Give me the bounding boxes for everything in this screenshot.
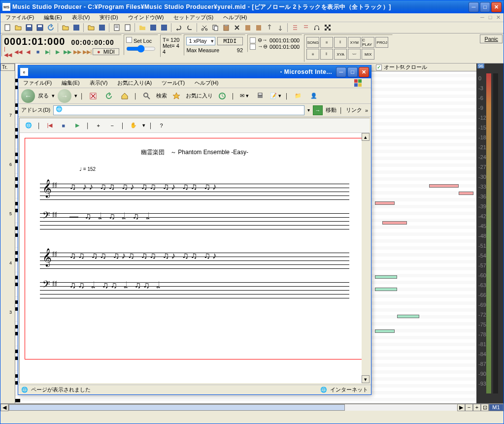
- note[interactable]: [397, 315, 419, 318]
- ie-menu-file[interactable]: ファイル(F): [20, 79, 55, 87]
- cut-icon[interactable]: [200, 23, 209, 32]
- piano-view-button[interactable]: ≡: [320, 37, 333, 48]
- ie-scroll-down-button[interactable]: ▾: [362, 375, 370, 383]
- loop-out-checkbox[interactable]: [250, 37, 256, 43]
- rewind-button[interactable]: ◀◀: [14, 48, 23, 55]
- mdi-restore[interactable]: □: [487, 14, 494, 21]
- panic-button[interactable]: Panic: [480, 34, 503, 43]
- score-hand-button[interactable]: ✋: [129, 121, 138, 130]
- midi-button[interactable]: MIDI: [217, 37, 243, 45]
- scroll-left-button[interactable]: ◀: [0, 404, 8, 411]
- ie-mail-button[interactable]: ✉ ▾: [238, 90, 251, 102]
- play-mode-dropdown[interactable]: 1 xPlay: [186, 37, 215, 45]
- song-view-button[interactable]: SONG: [306, 37, 319, 48]
- ie-menu-edit[interactable]: 編集(E): [59, 79, 83, 87]
- stop-button[interactable]: ■: [34, 48, 42, 55]
- menu-window[interactable]: ウインドウ(W): [125, 13, 167, 22]
- list2-icon[interactable]: [301, 23, 311, 32]
- ie-address-input[interactable]: 🌐: [53, 105, 304, 115]
- ie-forward-button[interactable]: →: [58, 89, 71, 103]
- score-globe-button[interactable]: 🌐: [24, 121, 34, 130]
- play-pause-button[interactable]: ▶|: [43, 48, 52, 55]
- scroll-thumb[interactable]: [9, 404, 345, 411]
- next-button[interactable]: ▶▶: [63, 48, 72, 55]
- score-zoomout-button[interactable]: −: [107, 121, 117, 130]
- paste3-icon[interactable]: [254, 23, 264, 32]
- note[interactable]: [375, 275, 397, 279]
- marker2-icon[interactable]: [275, 23, 285, 32]
- delete-icon[interactable]: [232, 23, 242, 32]
- fwd-end-button[interactable]: ▶▶|: [83, 48, 92, 55]
- ie-scroll-up-button[interactable]: ▴: [362, 133, 370, 141]
- menu-setup[interactable]: セットアップ(S): [170, 13, 216, 22]
- score-prev-button[interactable]: |◀: [45, 121, 55, 130]
- zoom-fit-button[interactable]: ⊡: [481, 404, 489, 411]
- note[interactable]: [375, 288, 397, 291]
- mix-view-button[interactable]: MIX: [362, 49, 374, 60]
- horizontal-scrollbar[interactable]: ◀ ▶ − + ⊡ M1: [0, 403, 504, 411]
- score-play-button[interactable]: ▶: [72, 121, 82, 130]
- ie-history-button[interactable]: [216, 90, 229, 102]
- checker-icon[interactable]: [323, 23, 333, 32]
- mixer-view-button[interactable]: ⫴: [334, 37, 347, 48]
- proj-view-button[interactable]: PROJ: [375, 37, 388, 48]
- save-as-icon[interactable]: [35, 23, 45, 32]
- paste2-icon[interactable]: [243, 23, 253, 32]
- menu-edit[interactable]: 編集(E): [41, 13, 65, 22]
- ie-home-button[interactable]: [118, 90, 131, 102]
- ie-folder-button[interactable]: 📁: [292, 90, 304, 102]
- marker-icon[interactable]: [265, 23, 274, 32]
- scroll-track[interactable]: [8, 404, 457, 411]
- scroll-right-button[interactable]: ▶: [457, 404, 465, 411]
- save2-icon[interactable]: [97, 23, 107, 32]
- open-folder-icon[interactable]: [13, 23, 23, 32]
- undo-icon[interactable]: [174, 23, 184, 32]
- score-stop-button[interactable]: ■: [59, 121, 68, 130]
- record-button[interactable]: ● MIDI: [93, 48, 119, 55]
- note[interactable]: [382, 221, 407, 225]
- play-button[interactable]: ▶: [53, 48, 62, 55]
- ie-go-button[interactable]: →: [313, 105, 323, 115]
- ie-menu-help[interactable]: ヘルプ(H): [192, 79, 221, 87]
- mdi-minimize[interactable]: ─: [479, 14, 486, 21]
- headphones-icon[interactable]: [312, 23, 322, 32]
- score-view-button[interactable]: ≡: [306, 49, 319, 60]
- ie-refresh-button[interactable]: [102, 90, 115, 102]
- event-view-button[interactable]: ⫴: [320, 49, 333, 60]
- paste-icon[interactable]: [221, 23, 231, 32]
- ie-edit-button[interactable]: 📝 ▾: [269, 90, 282, 102]
- maximize-button[interactable]: □: [480, 2, 490, 12]
- note[interactable]: [429, 184, 459, 188]
- setloc-slider[interactable]: [126, 45, 156, 53]
- zoom-in-button[interactable]: +: [473, 404, 481, 411]
- minimize-button[interactable]: ─: [469, 2, 479, 12]
- folder3-icon[interactable]: [137, 23, 147, 32]
- fwd-button[interactable]: ▶▶: [73, 48, 82, 55]
- ie-maximize-button[interactable]: □: [347, 67, 358, 77]
- new-file-icon[interactable]: [2, 23, 12, 32]
- menu-view[interactable]: 表示(V): [69, 13, 93, 22]
- folder-yellow-icon[interactable]: [61, 23, 70, 32]
- redo-icon[interactable]: [185, 23, 195, 32]
- prev-button[interactable]: ◀: [24, 48, 33, 55]
- save3-icon[interactable]: [148, 23, 158, 32]
- ie-menu-tools[interactable]: ツール(T): [159, 79, 188, 87]
- ie-menu-view[interactable]: 表示(V): [87, 79, 111, 87]
- ie-menu-favorites[interactable]: お気に入り(A): [114, 79, 155, 87]
- score-area[interactable]: 幽霊楽団 ～ Phantom Ensemble -Easy- ♩ = 152 𝄞…: [25, 138, 365, 359]
- ie-search-button[interactable]: [140, 90, 153, 102]
- m1-button[interactable]: M1: [489, 404, 504, 411]
- ie-links-label[interactable]: リンク: [346, 106, 362, 114]
- ie-stop-button[interactable]: [87, 90, 100, 102]
- note[interactable]: [459, 192, 473, 195]
- menu-help[interactable]: ヘルプ(H): [220, 13, 250, 22]
- save-icon[interactable]: [24, 23, 34, 32]
- rewind-start-button[interactable]: |◀◀: [4, 48, 13, 55]
- score-zoomin-button[interactable]: +: [94, 121, 103, 130]
- folder2-icon[interactable]: [86, 23, 96, 32]
- xya-view-button[interactable]: XYA: [334, 49, 347, 60]
- save-blue-icon[interactable]: [71, 23, 81, 32]
- loop-in-checkbox[interactable]: [250, 44, 256, 50]
- ie-vertical-scrollbar[interactable]: ▴ ▾: [362, 133, 370, 383]
- zoom-out-button[interactable]: −: [465, 404, 473, 411]
